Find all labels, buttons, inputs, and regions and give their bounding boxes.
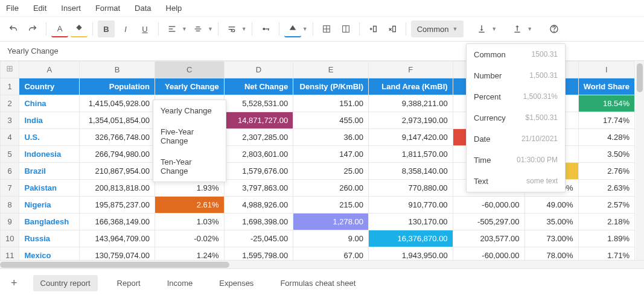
merge-button[interactable] <box>337 21 354 37</box>
col-header-c[interactable]: C <box>155 62 224 78</box>
data-cell[interactable]: 210,867,954.00 <box>80 163 155 180</box>
data-cell[interactable]: 1.71% <box>578 247 634 261</box>
data-cell[interactable]: 195,875,237.00 <box>80 197 155 214</box>
data-cell[interactable]: 130,170.00 <box>369 214 453 230</box>
row-header[interactable]: 8 <box>1 197 19 214</box>
col-header-e[interactable]: E <box>293 62 369 78</box>
context-menu-item[interactable]: Five-Year Change <box>153 121 226 151</box>
data-cell[interactable]: 17.74% <box>578 112 634 129</box>
data-cell[interactable]: 130,759,074.00 <box>80 247 155 261</box>
data-cell[interactable]: Mexico <box>19 247 80 261</box>
header-cell[interactable]: Yearly Change <box>155 78 224 95</box>
sheet-tab[interactable]: Report <box>110 275 148 291</box>
row-header[interactable]: 11 <box>1 247 19 261</box>
data-cell[interactable]: 1,698,398.00 <box>224 214 293 230</box>
font-color-button[interactable]: A <box>51 21 68 37</box>
header-cell[interactable]: Population <box>80 78 155 95</box>
data-cell[interactable]: 9,147,420.00 <box>369 129 453 146</box>
format-menu-item[interactable]: Textsome text <box>467 171 565 192</box>
row-header[interactable]: 9 <box>1 214 19 230</box>
row-header[interactable]: 4 <box>1 129 19 146</box>
data-cell[interactable]: India <box>19 112 80 129</box>
sheet-tab[interactable]: Expenses <box>212 275 261 291</box>
data-cell[interactable]: Bangladesh <box>19 214 80 230</box>
data-cell[interactable]: 1,278.00 <box>293 214 369 230</box>
menu-file[interactable]: File <box>6 4 19 13</box>
data-cell[interactable]: 25.00 <box>293 163 369 180</box>
delete-column-button[interactable] <box>384 21 401 37</box>
menu-help[interactable]: Help <box>166 4 182 13</box>
wrap-button[interactable] <box>223 21 240 37</box>
data-cell[interactable]: -0.02% <box>155 230 224 247</box>
align-vertical-button[interactable] <box>190 21 206 37</box>
menu-edit[interactable]: Edit <box>33 4 46 13</box>
add-sheet-button[interactable]: + <box>7 277 21 290</box>
data-cell[interactable]: 2,803,601.00 <box>224 146 293 163</box>
data-cell[interactable]: 1,415,045,928.00 <box>80 95 155 112</box>
sheet-tab[interactable]: Country report <box>33 275 98 291</box>
data-cell[interactable]: 1,579,676.00 <box>224 163 293 180</box>
data-cell[interactable]: -505,297.00 <box>453 214 524 230</box>
row-header[interactable]: 5 <box>1 146 19 163</box>
scrollbar-thumb[interactable] <box>637 63 643 92</box>
data-cell[interactable]: 4.28% <box>578 129 634 146</box>
row-header[interactable]: 10 <box>1 230 19 247</box>
format-menu-item[interactable]: Common1500.31 <box>467 44 565 65</box>
data-cell[interactable]: -60,000.00 <box>453 197 524 214</box>
data-cell[interactable]: -60,000.00 <box>453 247 524 261</box>
data-cell[interactable]: 147.00 <box>293 146 369 163</box>
data-cell[interactable]: 1.89% <box>578 230 634 247</box>
data-cell[interactable]: 143,964,709.00 <box>80 230 155 247</box>
data-cell[interactable]: 151.00 <box>293 95 369 112</box>
row-header[interactable]: 3 <box>1 112 19 129</box>
data-cell[interactable]: 260.00 <box>293 180 369 197</box>
header-cell[interactable]: Net Change <box>224 78 293 95</box>
data-cell[interactable]: 455.00 <box>293 112 369 129</box>
import-button[interactable] <box>509 21 526 37</box>
data-cell[interactable]: 166,368,149.00 <box>80 214 155 230</box>
data-cell[interactable]: China <box>19 95 80 112</box>
data-cell[interactable]: 2,973,190.00 <box>369 112 453 129</box>
clear-format-button[interactable] <box>284 21 301 37</box>
data-cell[interactable]: 36.00 <box>293 129 369 146</box>
data-cell[interactable]: 266,794,980.00 <box>80 146 155 163</box>
data-cell[interactable]: 1,354,051,854.00 <box>80 112 155 129</box>
data-cell[interactable]: Russia <box>19 230 80 247</box>
format-menu-item[interactable]: Currency$1,500.31 <box>467 107 565 128</box>
header-cell[interactable]: Land Area (KmBI) <box>369 78 453 95</box>
context-menu-item[interactable]: Yearly Change <box>153 100 226 121</box>
data-cell[interactable]: 910,770.00 <box>369 197 453 214</box>
number-format-dropdown[interactable]: Common ▼ <box>411 21 464 37</box>
format-menu-item[interactable]: Time01:30:00 PM <box>467 150 565 171</box>
data-cell[interactable]: 770,880.00 <box>369 180 453 197</box>
data-cell[interactable]: 18.54% <box>578 95 634 112</box>
header-cell[interactable]: World Share <box>578 78 634 95</box>
bold-button[interactable]: B <box>98 21 115 37</box>
data-cell[interactable]: 3.50% <box>578 146 634 163</box>
data-cell[interactable]: 3,797,863.00 <box>224 180 293 197</box>
data-cell[interactable]: U.S. <box>19 129 80 146</box>
col-header-i[interactable]: I <box>578 62 634 78</box>
data-cell[interactable]: 2.18% <box>578 214 634 230</box>
data-cell[interactable]: 67.00 <box>293 247 369 261</box>
data-cell[interactable]: 49.00% <box>524 197 578 214</box>
borders-button[interactable] <box>318 21 335 37</box>
data-cell[interactable]: 1.24% <box>155 247 224 261</box>
data-cell[interactable]: Pakistan <box>19 180 80 197</box>
col-header-f[interactable]: F <box>369 62 453 78</box>
data-cell[interactable]: -25,045.00 <box>224 230 293 247</box>
row-header[interactable]: 2 <box>1 95 19 112</box>
data-cell[interactable]: 200,813,818.00 <box>80 180 155 197</box>
data-cell[interactable]: 5,528,531.00 <box>224 95 293 112</box>
undo-button[interactable] <box>5 21 22 37</box>
data-cell[interactable]: 2.63% <box>578 180 634 197</box>
insert-column-button[interactable] <box>365 21 381 37</box>
vertical-scrollbar[interactable] <box>636 61 644 260</box>
help-button[interactable] <box>546 21 563 37</box>
data-cell[interactable]: 78.00% <box>524 247 578 261</box>
data-cell[interactable]: Brazil <box>19 163 80 180</box>
menu-insert[interactable]: Insert <box>61 4 81 13</box>
scrollbar-thumb[interactable] <box>0 262 229 268</box>
context-menu-item[interactable]: Ten-Year Change <box>153 151 226 182</box>
data-cell[interactable]: Indonesia <box>19 146 80 163</box>
